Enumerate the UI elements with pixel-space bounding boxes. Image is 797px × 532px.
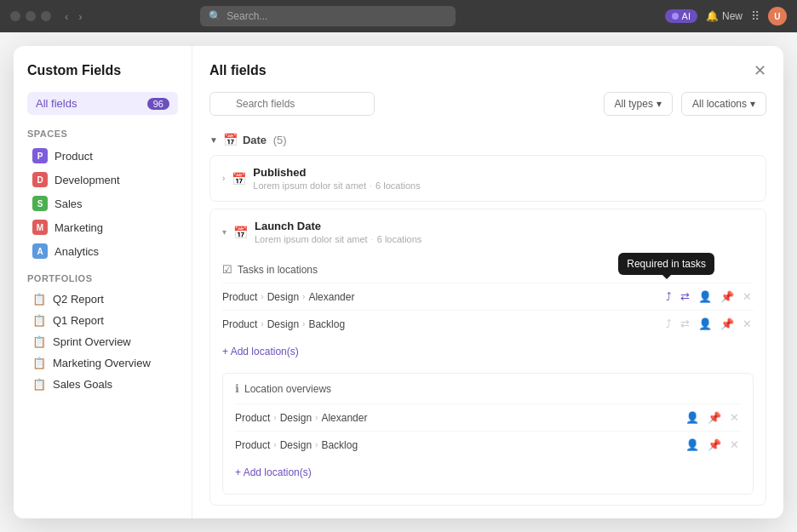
user-icon[interactable]: 👤 bbox=[684, 437, 701, 453]
path-arrow: › bbox=[261, 292, 263, 301]
path-arrow: › bbox=[302, 319, 305, 329]
launch-date-calendar-icon: 📅 bbox=[233, 226, 248, 239]
ai-label: AI bbox=[682, 11, 691, 21]
launch-date-field-meta: Lorem ipsum dolor sit amet · 6 locations bbox=[255, 234, 754, 244]
tasks-location-path-2: Product › Design › Backlog bbox=[222, 318, 664, 330]
tasks-in-locations-label: Tasks in locations bbox=[238, 264, 318, 276]
overviews-add-location-button[interactable]: + Add location(s) bbox=[235, 461, 312, 483]
close-button[interactable]: ✕ bbox=[754, 63, 766, 78]
portfolio-icon: 📋 bbox=[32, 314, 46, 327]
sidebar-item-sales[interactable]: S Sales bbox=[27, 192, 178, 215]
sidebar-item-development[interactable]: D Development bbox=[27, 168, 178, 192]
path-arrow: › bbox=[315, 413, 318, 422]
search-text: Search... bbox=[226, 10, 267, 22]
search-wrap: 🔍 bbox=[209, 92, 595, 116]
location-overviews-header[interactable]: ℹ Location overviews bbox=[223, 374, 753, 403]
user-icon[interactable]: 👤 bbox=[697, 289, 714, 305]
remove-icon[interactable]: ✕ bbox=[741, 316, 754, 332]
portfolio-icon: 📋 bbox=[32, 293, 46, 306]
modal-wrapper: Custom Fields All fields 96 Spaces P Pro… bbox=[14, 46, 783, 518]
all-fields-count: 96 bbox=[147, 98, 169, 110]
q1-report-label: Q1 Report bbox=[53, 314, 104, 327]
tasks-location-actions-2: ⤴ ⇄ 👤 📌 ✕ bbox=[664, 316, 754, 332]
portfolios-label: Portfolios bbox=[27, 273, 178, 283]
all-fields-button[interactable]: All fields 96 bbox=[27, 92, 178, 115]
bell-icon: 🔔 bbox=[706, 10, 719, 22]
pin-icon[interactable]: 📌 bbox=[706, 409, 723, 426]
tasks-add-location-button[interactable]: + Add location(s) bbox=[222, 340, 299, 363]
user-icon[interactable]: 👤 bbox=[697, 316, 714, 332]
chevron-down-icon: ▾ bbox=[657, 98, 662, 110]
location-filter-button[interactable]: All locations ▾ bbox=[681, 92, 766, 116]
tasks-location-path-1: Product › Design › Alexander bbox=[222, 291, 664, 303]
sidebar-item-marketing-overview[interactable]: 📋 Marketing Overview bbox=[27, 352, 178, 374]
portfolio-icon: 📋 bbox=[32, 335, 46, 348]
tasks-location-row-1: Product › Design › Alexander ⤴ ⇄ 👤 📌 bbox=[222, 283, 754, 310]
path-arrow: › bbox=[273, 440, 276, 449]
grid-icon[interactable]: ⠿ bbox=[751, 9, 760, 23]
location-overviews-label: Location overviews bbox=[244, 383, 331, 395]
marketing-label: Marketing bbox=[54, 221, 103, 234]
portfolio-icon: 📋 bbox=[32, 357, 46, 369]
published-field-card: › 📅 Published Lorem ipsum dolor sit amet… bbox=[209, 155, 766, 202]
published-calendar-icon: 📅 bbox=[232, 172, 246, 186]
development-label: Development bbox=[54, 174, 120, 186]
nav-arrows: ‹ › bbox=[61, 9, 86, 25]
close-traffic-light[interactable] bbox=[10, 11, 20, 21]
external-link-icon[interactable]: ⤴ bbox=[664, 289, 674, 305]
calendar-icon: 📅 bbox=[223, 133, 238, 146]
sidebar-item-sales-goals[interactable]: 📋 Sales Goals bbox=[27, 374, 178, 395]
remove-icon[interactable]: ✕ bbox=[728, 409, 741, 426]
sidebar-item-sprint-overview[interactable]: 📋 Sprint Overview bbox=[27, 331, 178, 352]
remove-icon[interactable]: ✕ bbox=[728, 437, 741, 453]
back-arrow[interactable]: ‹ bbox=[61, 9, 72, 25]
date-section-header[interactable]: ▼ 📅 Date (5) bbox=[209, 129, 766, 150]
avatar[interactable]: U bbox=[768, 7, 787, 26]
link-icon[interactable]: ⇄ bbox=[679, 316, 691, 332]
published-field-header[interactable]: › 📅 Published Lorem ipsum dolor sit amet… bbox=[210, 156, 765, 201]
sidebar-item-q1-report[interactable]: 📋 Q1 Report bbox=[27, 310, 178, 331]
sidebar-item-analytics[interactable]: A Analytics bbox=[27, 239, 178, 263]
path-arrow: › bbox=[302, 292, 305, 301]
ai-dot bbox=[672, 13, 679, 20]
remove-icon[interactable]: ✕ bbox=[741, 289, 754, 305]
pin-icon[interactable]: 📌 bbox=[706, 437, 723, 453]
field-search-input[interactable] bbox=[209, 92, 375, 116]
minimize-traffic-light[interactable] bbox=[26, 11, 36, 21]
forward-arrow[interactable]: › bbox=[75, 9, 85, 25]
product-label: Product bbox=[54, 150, 93, 163]
sidebar-item-product[interactable]: P Product bbox=[27, 144, 178, 168]
tasks-location-actions-1: ⤴ ⇄ 👤 📌 ✕ bbox=[664, 289, 754, 305]
main-content: Custom Fields All fields 96 Spaces P Pro… bbox=[0, 32, 797, 532]
link-icon[interactable]: ⇄ bbox=[679, 289, 691, 305]
type-filter-button[interactable]: All types ▾ bbox=[604, 92, 673, 116]
maximize-traffic-light[interactable] bbox=[41, 11, 51, 21]
overview-location-path-1: Product › Design › Alexander bbox=[235, 412, 684, 424]
new-button[interactable]: 🔔 New bbox=[706, 10, 743, 22]
pin-icon[interactable]: 📌 bbox=[719, 289, 736, 305]
external-link-icon[interactable]: ⤴ bbox=[664, 316, 674, 332]
sidebar-item-marketing[interactable]: M Marketing bbox=[27, 215, 178, 239]
panel-header: All fields ✕ bbox=[209, 63, 766, 78]
ai-badge[interactable]: AI bbox=[665, 9, 697, 23]
titlebar: ‹ › 🔍 Search... AI 🔔 New ⠿ U bbox=[0, 0, 797, 32]
user-icon[interactable]: 👤 bbox=[684, 409, 701, 426]
check-icon: ☑ bbox=[222, 263, 232, 276]
published-field-meta: Lorem ipsum dolor sit amet · 6 locations bbox=[253, 180, 754, 191]
path-arrow: › bbox=[315, 440, 318, 449]
pin-icon[interactable]: 📌 bbox=[719, 316, 736, 332]
chevron-down-icon: ▾ bbox=[750, 98, 755, 110]
launch-date-field-name: Launch Date bbox=[255, 220, 754, 232]
location-overviews-body: Product › Design › Alexander 👤 📌 ✕ bbox=[223, 403, 753, 494]
sales-space-icon: S bbox=[32, 196, 48, 211]
launch-date-field-info: Launch Date Lorem ipsum dolor sit amet ·… bbox=[255, 220, 754, 244]
path-arrow: › bbox=[273, 413, 276, 422]
tasks-location-row-2: Product › Design › Backlog ⤴ ⇄ 👤 📌 bbox=[222, 310, 754, 337]
published-field-name: Published bbox=[253, 166, 754, 179]
launch-date-field-header[interactable]: ▾ 📅 Launch Date Lorem ipsum dolor sit am… bbox=[210, 209, 765, 255]
sidebar: Custom Fields All fields 96 Spaces P Pro… bbox=[14, 46, 192, 518]
global-search[interactable]: 🔍 Search... bbox=[200, 6, 456, 26]
overview-location-actions-1: 👤 📌 ✕ bbox=[684, 409, 741, 426]
all-fields-label: All fields bbox=[36, 97, 77, 110]
sidebar-item-q2-report[interactable]: 📋 Q2 Report bbox=[27, 289, 178, 310]
